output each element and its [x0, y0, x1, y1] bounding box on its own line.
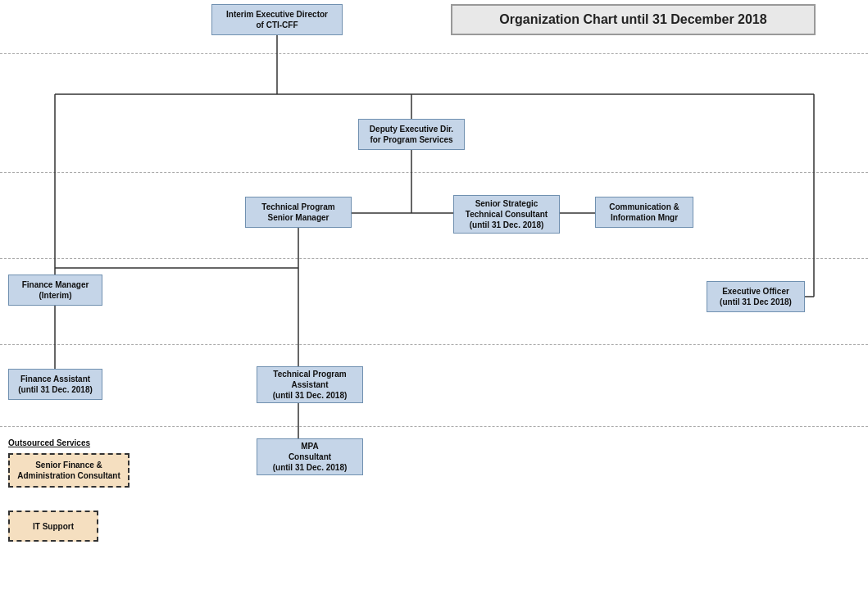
- exec-director-box: Interim Executive Directorof CTI-CFF: [211, 4, 343, 35]
- comm-info-box: Communication &Information Mngr: [595, 197, 693, 228]
- chart-title: Organization Chart until 31 December 201…: [451, 4, 816, 35]
- org-chart: Organization Chart until 31 December 201…: [0, 0, 868, 590]
- tech-program-asst-box: Technical ProgramAssistant(until 31 Dec.…: [257, 366, 363, 403]
- senior-finance-label: Senior Finance &Administration Consultan…: [17, 460, 120, 481]
- divider-4: [0, 344, 868, 345]
- tech-program-mgr-box: Technical ProgramSenior Manager: [245, 197, 352, 228]
- senior-finance-box: Senior Finance &Administration Consultan…: [8, 453, 130, 488]
- exec-officer-box: Executive Officer(until 31 Dec 2018): [707, 281, 805, 312]
- divider-3: [0, 258, 868, 259]
- finance-manager-label: Finance Manager(Interim): [22, 279, 89, 301]
- senior-strategic-box: Senior StrategicTechnical Consultant(unt…: [453, 195, 560, 234]
- finance-assistant-label: Finance Assistant(until 31 Dec. 2018): [18, 374, 93, 395]
- divider-5: [0, 426, 868, 427]
- divider-2: [0, 172, 868, 173]
- exec-officer-label: Executive Officer(until 31 Dec 2018): [720, 286, 792, 307]
- senior-strategic-label: Senior StrategicTechnical Consultant(unt…: [466, 198, 548, 230]
- outsourced-label: Outsourced Services: [8, 438, 90, 447]
- exec-director-label: Interim Executive Directorof CTI-CFF: [226, 9, 328, 30]
- deputy-exec-label: Deputy Executive Dir.for Program Service…: [370, 124, 453, 145]
- deputy-exec-box: Deputy Executive Dir.for Program Service…: [358, 119, 465, 150]
- it-support-box: IT Support: [8, 511, 98, 542]
- tech-program-asst-label: Technical ProgramAssistant(until 31 Dec.…: [273, 369, 348, 401]
- finance-assistant-box: Finance Assistant(until 31 Dec. 2018): [8, 369, 102, 400]
- it-support-label: IT Support: [33, 521, 74, 532]
- divider-1: [0, 53, 868, 54]
- mpa-consultant-label: MPAConsultant(until 31 Dec. 2018): [273, 441, 348, 473]
- finance-manager-box: Finance Manager(Interim): [8, 275, 102, 306]
- tech-program-mgr-label: Technical ProgramSenior Manager: [261, 202, 334, 223]
- mpa-consultant-box: MPAConsultant(until 31 Dec. 2018): [257, 438, 363, 475]
- title-text: Organization Chart until 31 December 201…: [499, 12, 766, 27]
- comm-info-label: Communication &Information Mngr: [609, 202, 679, 223]
